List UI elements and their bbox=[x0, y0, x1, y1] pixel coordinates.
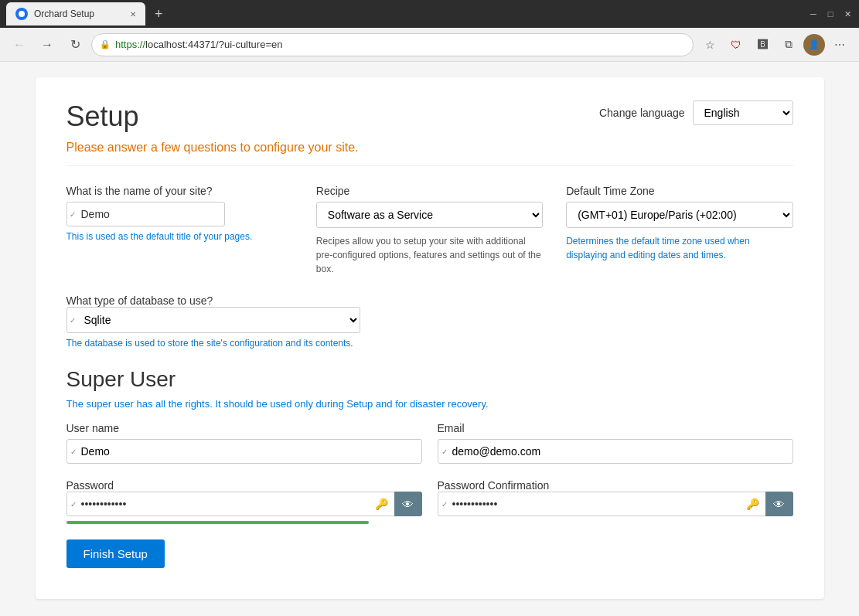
db-select-wrap: ✓ Sqlite SQL Server MySQL PostgreSQL bbox=[66, 307, 793, 333]
password-confirm-group: Password Confirmation ✓ 🔑 👁 bbox=[438, 479, 793, 524]
username-label: User name bbox=[66, 422, 422, 434]
db-hint: The database is used to store the site's… bbox=[66, 338, 793, 349]
forward-button[interactable]: → bbox=[36, 33, 59, 56]
profile-avatar[interactable]: 👤 bbox=[803, 34, 825, 56]
browser-toolbar: ← → ↻ 🔒 https://localhost:44371/?ui-cult… bbox=[0, 28, 859, 62]
edge-addon-button[interactable]: 🅱 bbox=[751, 33, 774, 56]
change-language-label: Change language bbox=[599, 107, 685, 119]
new-tab-button[interactable]: + bbox=[148, 6, 169, 22]
email-group: Email ✓ bbox=[438, 422, 793, 464]
password-input-wrap: ✓ 🔑 👁 bbox=[66, 492, 422, 516]
language-select[interactable]: English Français Español bbox=[693, 100, 793, 125]
password-confirm-toggle-button[interactable]: 👁 bbox=[765, 492, 793, 516]
username-input-wrap: ✓ bbox=[66, 439, 422, 464]
page-title: Setup bbox=[66, 100, 139, 133]
recipe-description: Recipes allow you to setup your site wit… bbox=[316, 234, 543, 276]
password-toggle-button[interactable]: 👁 bbox=[394, 492, 422, 516]
password-confirm-icons: 🔑 👁 bbox=[741, 492, 793, 516]
email-label: Email bbox=[438, 422, 793, 434]
tab-title: Orchard Setup bbox=[34, 9, 94, 19]
password-confirm-input[interactable] bbox=[438, 492, 793, 516]
language-section: Change language English Français Español bbox=[599, 100, 793, 125]
db-label: What type of database to use? bbox=[66, 294, 213, 307]
password-group: Password ✓ 🔑 👁 bbox=[66, 479, 422, 524]
page-content: Setup Change language English Français E… bbox=[0, 62, 859, 616]
refresh-button[interactable]: ↻ bbox=[63, 33, 87, 56]
setup-header: Setup Change language English Français E… bbox=[66, 100, 793, 133]
username-group: User name ✓ bbox=[66, 422, 422, 464]
toolbar-actions: ☆ 🛡 🅱 ⧉ 👤 ⋯ bbox=[698, 33, 851, 56]
site-favicon bbox=[15, 8, 28, 20]
password-grid: Password ✓ 🔑 👁 Passwor bbox=[66, 479, 793, 524]
site-name-input-wrap bbox=[66, 202, 293, 226]
password-label: Password bbox=[66, 479, 114, 492]
lock-icon: 🔒 bbox=[100, 39, 111, 49]
recipe-group: Recipe Software as a Service Blog Agency… bbox=[316, 185, 543, 276]
title-bar: Orchard Setup ✕ + ─ □ ✕ bbox=[0, 0, 859, 28]
password-input[interactable] bbox=[66, 492, 422, 516]
url-text: https://localhost:44371/?ui-culture=en bbox=[115, 39, 685, 50]
password-strength-bar bbox=[66, 521, 369, 524]
password-icons: 🔑 👁 bbox=[370, 492, 422, 516]
close-button[interactable]: ✕ bbox=[842, 9, 853, 19]
setup-subtitle: Please answer a few questions to configu… bbox=[66, 141, 793, 166]
site-name-hint: This is used as the default title of you… bbox=[66, 231, 293, 242]
email-input-wrap: ✓ bbox=[438, 439, 793, 464]
superuser-title: Super User bbox=[66, 367, 793, 392]
user-grid: User name ✓ Email ✓ bbox=[66, 422, 793, 464]
back-button[interactable]: ← bbox=[8, 33, 31, 56]
minimize-button[interactable]: ─ bbox=[808, 9, 819, 19]
favorites-button[interactable]: ☆ bbox=[698, 33, 721, 56]
password-confirm-wrap: ✓ 🔑 👁 bbox=[438, 492, 793, 516]
recipe-select[interactable]: Software as a Service Blog Agency Defaul… bbox=[316, 202, 543, 228]
browser-tab[interactable]: Orchard Setup ✕ bbox=[6, 2, 145, 26]
superuser-section: Super User The super user has all the ri… bbox=[66, 367, 793, 568]
svg-point-0 bbox=[19, 11, 25, 17]
db-select[interactable]: Sqlite SQL Server MySQL PostgreSQL bbox=[66, 307, 360, 333]
url-host: localhost:44371/?ui-culture=en bbox=[145, 39, 282, 50]
timezone-select[interactable]: (GMT+01) Europe/Paris (+02:00) (GMT+00) … bbox=[566, 202, 793, 228]
password-hint-button[interactable]: 🔑 bbox=[370, 492, 394, 516]
username-input[interactable] bbox=[66, 439, 422, 464]
site-name-group: What is the name of your site? This is u… bbox=[66, 185, 293, 276]
timezone-select-wrap: (GMT+01) Europe/Paris (+02:00) (GMT+00) … bbox=[566, 202, 793, 228]
tab-close-button[interactable]: ✕ bbox=[130, 10, 136, 19]
maximize-button[interactable]: □ bbox=[825, 9, 836, 19]
url-https: https:// bbox=[115, 39, 145, 50]
setup-card: Setup Change language English Français E… bbox=[36, 77, 824, 599]
site-name-label: What is the name of your site? bbox=[66, 185, 293, 197]
top-form-grid: What is the name of your site? This is u… bbox=[66, 185, 793, 276]
database-section: What type of database to use? ✓ Sqlite S… bbox=[66, 294, 793, 349]
password-confirm-label: Password Confirmation bbox=[438, 479, 550, 492]
recipe-select-wrap: Software as a Service Blog Agency Defaul… bbox=[316, 202, 543, 228]
timezone-group: Default Time Zone (GMT+01) Europe/Paris … bbox=[566, 185, 793, 276]
timezone-label: Default Time Zone bbox=[566, 185, 793, 197]
password-confirm-hint-button[interactable]: 🔑 bbox=[741, 492, 765, 516]
recipe-label: Recipe bbox=[316, 185, 543, 197]
collections-button[interactable]: ⧉ bbox=[777, 33, 800, 56]
timezone-description: Determines the default time zone used wh… bbox=[566, 234, 793, 262]
finish-setup-button[interactable]: Finish Setup bbox=[66, 539, 165, 568]
address-bar[interactable]: 🔒 https://localhost:44371/?ui-culture=en bbox=[91, 33, 694, 56]
site-name-input[interactable] bbox=[66, 202, 225, 226]
shield-icon[interactable]: 🛡 bbox=[724, 33, 748, 56]
menu-button[interactable]: ⋯ bbox=[828, 33, 851, 56]
window-controls: ─ □ ✕ bbox=[808, 9, 853, 19]
browser-frame: Orchard Setup ✕ + ─ □ ✕ ← → ↻ 🔒 https://… bbox=[0, 0, 859, 616]
email-input[interactable] bbox=[438, 439, 793, 464]
superuser-desc: The super user has all the rights. It sh… bbox=[66, 398, 793, 410]
